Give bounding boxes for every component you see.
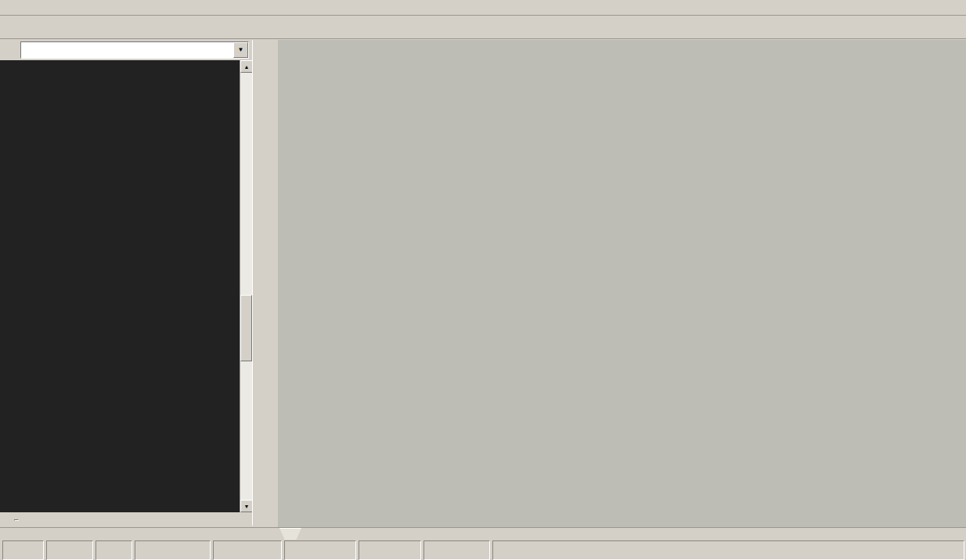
main-toolbar: [0, 16, 966, 39]
library-combo-row: ▼: [0, 40, 252, 59]
palette-scrollbar[interactable]: ▲ ▼: [240, 60, 253, 512]
status-empty-2: [424, 540, 490, 560]
palette-footer: [0, 514, 257, 526]
drawing-tools-toolbar: [252, 40, 279, 526]
status-bar: [0, 540, 966, 560]
scroll-up-icon[interactable]: ▲: [240, 60, 253, 73]
library-dropdown[interactable]: ▼: [20, 41, 249, 59]
menu-bar: [0, 0, 966, 16]
hint-text: [492, 540, 964, 560]
sheet-tab-row: [0, 527, 966, 540]
status-toggle-icons: [213, 540, 282, 560]
library-icon[interactable]: [0, 40, 20, 60]
scrollbar-thumb[interactable]: [240, 295, 252, 361]
grid-loupe-indicator: [135, 540, 211, 560]
scroll-down-icon[interactable]: ▼: [240, 500, 253, 512]
cursor-coordinates: [2, 540, 44, 560]
symbol-library-panel: ▼ ▲ ▼: [0, 40, 252, 526]
scale-indicator: [96, 540, 132, 560]
status-empty-1: [46, 540, 93, 560]
angle-settings[interactable]: [284, 540, 356, 560]
captions-toggle-button[interactable]: [14, 519, 19, 521]
dropdown-arrow-icon[interactable]: ▼: [233, 42, 248, 58]
line-style-preview[interactable]: [359, 540, 421, 560]
drawing-canvas[interactable]: [278, 40, 966, 527]
sheet-tab[interactable]: [279, 528, 301, 540]
symbol-palette: [0, 60, 240, 512]
